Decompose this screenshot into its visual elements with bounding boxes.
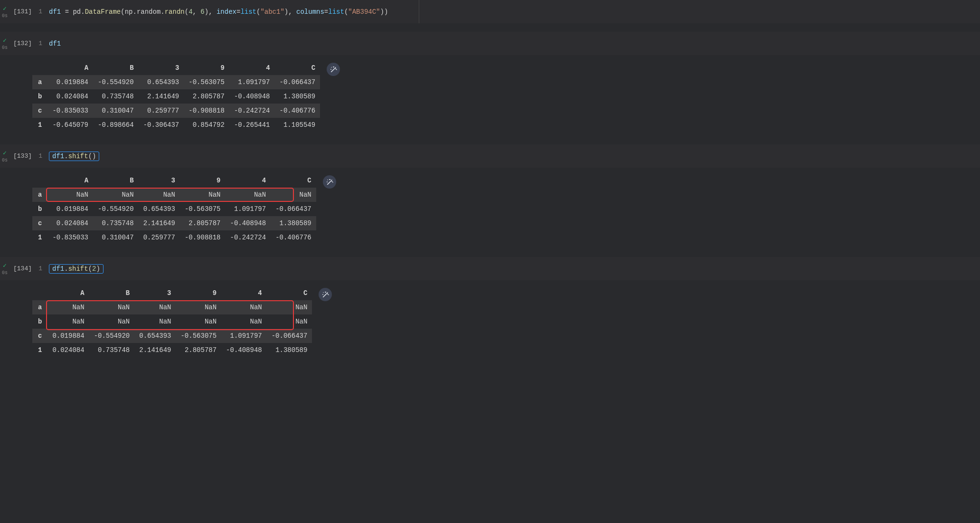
row-index: 1 [32,118,47,132]
table-cell: 2.141649 [139,216,180,230]
table-cell: -0.242724 [229,104,275,118]
table-cell: -0.066437 [275,75,320,89]
cell-input-row[interactable]: ✓0s[134]1df1.shift(2) [0,257,980,280]
row-index: b [32,89,47,104]
row-index: c [32,216,47,230]
cell-status: ✓0s [0,3,9,20]
table-cell: 2.141649 [134,343,176,357]
table-cell: 0.654393 [139,202,180,216]
table-row: 1-0.645079-0.898664-0.3064370.854792-0.2… [32,118,320,132]
table-cell: -0.563075 [176,329,221,343]
table-cell: -0.563075 [184,75,229,89]
table-cell: 0.310047 [93,104,139,118]
cell-input-row[interactable]: ✓0s[133]1df1.shift() [0,144,980,168]
line-number: 1 [36,40,49,47]
table-cell: NaN [93,188,139,202]
table-cell: 0.259777 [139,104,184,118]
table-cell: -0.554920 [93,202,139,216]
row-index: a [32,188,47,202]
table-cell: 0.019884 [47,75,93,89]
table-cell: 0.310047 [93,230,139,245]
table-row: 1-0.8350330.3100470.259777-0.908818-0.24… [32,230,316,245]
row-index: c [32,329,47,343]
notebook-cell: ✓0s[133]1df1.shift()AB394CaNaNNaNNaNNaNN… [0,144,980,248]
row-index: b [32,314,47,329]
table-cell: 2.805787 [176,343,221,357]
table-cell: 1.380589 [267,343,312,357]
table-cell: 0.019884 [47,329,89,343]
check-icon: ✓ [3,37,7,44]
cell-input-row[interactable]: ✓0s[131]1df1 = pd.DataFrame(np.random.ra… [0,0,980,23]
cell-input-row[interactable]: ✓0s[132]1df1 [0,32,980,55]
row-index: 1 [32,230,47,245]
code-editor[interactable]: df1.shift() [49,151,980,162]
table-cell: NaN [47,300,89,314]
table-cell: -0.066437 [271,202,316,216]
column-header: 3 [139,173,180,188]
table-cell: NaN [176,300,221,314]
dataframe-table: AB394Ca0.019884-0.5549200.654393-0.56307… [32,61,320,132]
column-header: A [47,61,93,75]
column-header: C [275,61,320,75]
table-corner [32,286,47,300]
table-cell: -0.645079 [47,118,93,132]
table-row: c0.0240840.7357482.1416492.805787-0.4089… [32,216,316,230]
table-cell: 0.024084 [47,216,93,230]
table-row: b0.019884-0.5549200.654393-0.5630751.091… [32,202,316,216]
table-cell: 1.091797 [226,202,271,216]
line-number: 1 [36,265,49,272]
table-row: aNaNNaNNaNNaNNaNNaN [32,300,312,314]
row-index: 1 [32,343,47,357]
magic-wand-icon[interactable] [319,288,332,301]
table-cell: -0.242724 [226,230,271,245]
table-cell: 0.259777 [139,230,180,245]
column-header: B [93,173,139,188]
table-row: c-0.8350330.3100470.259777-0.908818-0.24… [32,104,320,118]
cell-output: AB394Ca0.019884-0.5549200.654393-0.56307… [0,55,980,136]
table-cell: NaN [134,300,176,314]
table-row: aNaNNaNNaNNaNNaNNaN [32,188,316,202]
column-header: 9 [180,173,226,188]
column-header: B [93,61,139,75]
cell-status: ✓0s [0,260,9,277]
magic-wand-icon[interactable] [323,175,336,189]
table-cell: NaN [267,300,312,314]
table-cell: -0.408948 [221,343,267,357]
cell-output: AB394CaNaNNaNNaNNaNNaNNaNbNaNNaNNaNNaNNa… [0,280,980,361]
table-cell: -0.306437 [139,118,184,132]
table-cell: 0.735748 [93,89,139,104]
table-cell: NaN [221,314,267,329]
column-header: C [271,173,316,188]
table-cell: NaN [267,314,312,329]
table-cell: -0.554920 [93,75,139,89]
table-corner [32,173,47,188]
code-editor[interactable]: df1 = pd.DataFrame(np.random.randn(4, 6)… [49,7,980,17]
table-cell: -0.406776 [275,104,320,118]
table-cell: 0.654393 [134,329,176,343]
table-cell: NaN [221,300,267,314]
table-cell: -0.898664 [93,118,139,132]
table-cell: -0.066437 [267,329,312,343]
table-cell: -0.908818 [180,230,226,245]
magic-wand-icon[interactable] [327,63,340,76]
check-icon: ✓ [3,5,7,12]
column-header: 9 [176,286,221,300]
table-cell: 0.735748 [89,343,135,357]
table-cell: NaN [47,188,93,202]
table-cell: NaN [176,314,221,329]
column-header: A [47,286,89,300]
table-cell: NaN [89,300,135,314]
table-cell: 2.805787 [180,216,226,230]
table-cell: 0.654393 [139,75,184,89]
table-cell: -0.563075 [180,202,226,216]
column-header: C [267,286,312,300]
column-header: 9 [184,61,229,75]
dataframe-table: AB394CaNaNNaNNaNNaNNaNNaNb0.019884-0.554… [32,173,316,245]
row-index: c [32,104,47,118]
table-row: bNaNNaNNaNNaNNaNNaN [32,314,312,329]
table-row: a0.019884-0.5549200.654393-0.5630751.091… [32,75,320,89]
table-cell: -0.908818 [184,104,229,118]
code-editor[interactable]: df1.shift(2) [49,263,980,275]
table-cell: -0.408948 [226,216,271,230]
code-editor[interactable]: df1 [49,39,980,48]
